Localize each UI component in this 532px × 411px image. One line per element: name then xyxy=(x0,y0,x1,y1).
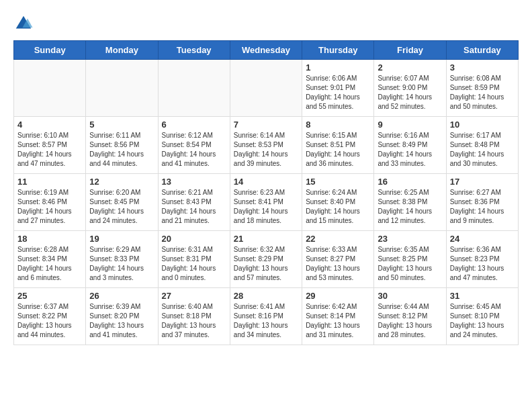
calendar-week-row: 25Sunrise: 6:37 AM Sunset: 8:22 PM Dayli… xyxy=(14,288,519,345)
day-info: Sunrise: 6:24 AM Sunset: 8:40 PM Dayligh… xyxy=(306,188,370,226)
calendar-table: SundayMondayTuesdayWednesdayThursdayFrid… xyxy=(13,40,519,345)
day-number: 25 xyxy=(17,291,82,301)
calendar-cell: 28Sunrise: 6:41 AM Sunset: 8:16 PM Dayli… xyxy=(230,288,302,345)
calendar-cell: 18Sunrise: 6:28 AM Sunset: 8:34 PM Dayli… xyxy=(14,231,86,288)
day-info: Sunrise: 6:44 AM Sunset: 8:12 PM Dayligh… xyxy=(378,302,442,340)
calendar-day-header: Saturday xyxy=(446,41,518,60)
day-info: Sunrise: 6:23 AM Sunset: 8:41 PM Dayligh… xyxy=(234,188,298,226)
calendar-cell: 31Sunrise: 6:45 AM Sunset: 8:10 PM Dayli… xyxy=(446,288,518,345)
day-number: 15 xyxy=(306,177,370,187)
calendar-day-header: Monday xyxy=(86,41,158,60)
day-info: Sunrise: 6:31 AM Sunset: 8:31 PM Dayligh… xyxy=(162,245,226,283)
day-info: Sunrise: 6:12 AM Sunset: 8:54 PM Dayligh… xyxy=(162,131,226,169)
calendar-cell: 8Sunrise: 6:15 AM Sunset: 8:51 PM Daylig… xyxy=(302,117,374,174)
calendar-day-header: Wednesday xyxy=(230,41,302,60)
day-number: 26 xyxy=(89,291,154,301)
day-info: Sunrise: 6:25 AM Sunset: 8:38 PM Dayligh… xyxy=(378,188,442,226)
day-number: 16 xyxy=(378,177,442,187)
day-info: Sunrise: 6:16 AM Sunset: 8:49 PM Dayligh… xyxy=(378,131,442,169)
day-number: 9 xyxy=(378,120,442,130)
calendar-cell: 19Sunrise: 6:29 AM Sunset: 8:33 PM Dayli… xyxy=(86,231,158,288)
day-info: Sunrise: 6:17 AM Sunset: 8:48 PM Dayligh… xyxy=(450,131,515,169)
day-info: Sunrise: 6:15 AM Sunset: 8:51 PM Dayligh… xyxy=(306,131,370,169)
logo-icon xyxy=(13,13,34,34)
calendar-day-header: Thursday xyxy=(302,41,374,60)
calendar-cell: 27Sunrise: 6:40 AM Sunset: 8:18 PM Dayli… xyxy=(158,288,230,345)
day-info: Sunrise: 6:39 AM Sunset: 8:20 PM Dayligh… xyxy=(89,302,154,340)
day-info: Sunrise: 6:36 AM Sunset: 8:23 PM Dayligh… xyxy=(450,245,515,283)
calendar-cell: 12Sunrise: 6:20 AM Sunset: 8:45 PM Dayli… xyxy=(86,174,158,231)
day-number: 5 xyxy=(89,120,154,130)
day-info: Sunrise: 6:32 AM Sunset: 8:29 PM Dayligh… xyxy=(234,245,298,283)
day-number: 22 xyxy=(306,234,370,244)
calendar-cell: 24Sunrise: 6:36 AM Sunset: 8:23 PM Dayli… xyxy=(446,231,518,288)
calendar-day-header: Sunday xyxy=(14,41,86,60)
day-number: 29 xyxy=(306,291,370,301)
calendar-cell: 15Sunrise: 6:24 AM Sunset: 8:40 PM Dayli… xyxy=(302,174,374,231)
day-info: Sunrise: 6:08 AM Sunset: 8:59 PM Dayligh… xyxy=(450,74,515,111)
day-number: 6 xyxy=(162,120,226,130)
day-info: Sunrise: 6:29 AM Sunset: 8:33 PM Dayligh… xyxy=(89,245,154,283)
day-info: Sunrise: 6:41 AM Sunset: 8:16 PM Dayligh… xyxy=(234,302,298,340)
day-number: 4 xyxy=(17,120,82,130)
calendar-header-row: SundayMondayTuesdayWednesdayThursdayFrid… xyxy=(14,41,519,60)
calendar-cell: 9Sunrise: 6:16 AM Sunset: 8:49 PM Daylig… xyxy=(374,117,446,174)
day-number: 30 xyxy=(378,291,442,301)
day-info: Sunrise: 6:33 AM Sunset: 8:27 PM Dayligh… xyxy=(306,245,370,283)
calendar-cell: 1Sunrise: 6:06 AM Sunset: 9:01 PM Daylig… xyxy=(302,60,374,117)
calendar-cell: 16Sunrise: 6:25 AM Sunset: 8:38 PM Dayli… xyxy=(374,174,446,231)
calendar-cell: 13Sunrise: 6:21 AM Sunset: 8:43 PM Dayli… xyxy=(158,174,230,231)
calendar-cell: 4Sunrise: 6:10 AM Sunset: 8:57 PM Daylig… xyxy=(14,117,86,174)
calendar-cell: 11Sunrise: 6:19 AM Sunset: 8:46 PM Dayli… xyxy=(14,174,86,231)
day-number: 28 xyxy=(234,291,298,301)
calendar-cell: 29Sunrise: 6:42 AM Sunset: 8:14 PM Dayli… xyxy=(302,288,374,345)
calendar-cell: 26Sunrise: 6:39 AM Sunset: 8:20 PM Dayli… xyxy=(86,288,158,345)
day-number: 19 xyxy=(89,234,154,244)
day-info: Sunrise: 6:11 AM Sunset: 8:56 PM Dayligh… xyxy=(89,131,154,169)
calendar-week-row: 1Sunrise: 6:06 AM Sunset: 9:01 PM Daylig… xyxy=(14,60,519,117)
day-number: 31 xyxy=(450,291,515,301)
calendar-cell xyxy=(86,60,158,117)
calendar-day-header: Friday xyxy=(374,41,446,60)
day-number: 11 xyxy=(17,177,82,187)
calendar-cell: 7Sunrise: 6:14 AM Sunset: 8:53 PM Daylig… xyxy=(230,117,302,174)
calendar-week-row: 4Sunrise: 6:10 AM Sunset: 8:57 PM Daylig… xyxy=(14,117,519,174)
day-info: Sunrise: 6:35 AM Sunset: 8:25 PM Dayligh… xyxy=(378,245,442,283)
calendar-cell: 17Sunrise: 6:27 AM Sunset: 8:36 PM Dayli… xyxy=(446,174,518,231)
day-number: 20 xyxy=(162,234,226,244)
calendar-cell: 2Sunrise: 6:07 AM Sunset: 9:00 PM Daylig… xyxy=(374,60,446,117)
day-number: 24 xyxy=(450,234,515,244)
calendar-week-row: 11Sunrise: 6:19 AM Sunset: 8:46 PM Dayli… xyxy=(14,174,519,231)
day-info: Sunrise: 6:28 AM Sunset: 8:34 PM Dayligh… xyxy=(17,245,82,283)
day-number: 8 xyxy=(306,120,370,130)
day-info: Sunrise: 6:10 AM Sunset: 8:57 PM Dayligh… xyxy=(17,131,82,169)
day-number: 17 xyxy=(450,177,515,187)
calendar-cell: 23Sunrise: 6:35 AM Sunset: 8:25 PM Dayli… xyxy=(374,231,446,288)
calendar-cell: 20Sunrise: 6:31 AM Sunset: 8:31 PM Dayli… xyxy=(158,231,230,288)
day-number: 12 xyxy=(89,177,154,187)
calendar-cell xyxy=(230,60,302,117)
calendar-cell: 30Sunrise: 6:44 AM Sunset: 8:12 PM Dayli… xyxy=(374,288,446,345)
calendar-cell xyxy=(14,60,86,117)
day-number: 2 xyxy=(378,62,442,73)
day-number: 27 xyxy=(162,291,226,301)
day-number: 13 xyxy=(162,177,226,187)
logo xyxy=(13,13,36,34)
day-info: Sunrise: 6:21 AM Sunset: 8:43 PM Dayligh… xyxy=(162,188,226,226)
day-number: 23 xyxy=(378,234,442,244)
calendar-day-header: Tuesday xyxy=(158,41,230,60)
calendar-cell: 21Sunrise: 6:32 AM Sunset: 8:29 PM Dayli… xyxy=(230,231,302,288)
day-info: Sunrise: 6:45 AM Sunset: 8:10 PM Dayligh… xyxy=(450,302,515,340)
day-number: 1 xyxy=(306,62,370,73)
calendar-cell: 10Sunrise: 6:17 AM Sunset: 8:48 PM Dayli… xyxy=(446,117,518,174)
page-header xyxy=(13,13,519,34)
calendar-cell: 25Sunrise: 6:37 AM Sunset: 8:22 PM Dayli… xyxy=(14,288,86,345)
day-info: Sunrise: 6:42 AM Sunset: 8:14 PM Dayligh… xyxy=(306,302,370,340)
day-info: Sunrise: 6:20 AM Sunset: 8:45 PM Dayligh… xyxy=(89,188,154,226)
calendar-cell: 6Sunrise: 6:12 AM Sunset: 8:54 PM Daylig… xyxy=(158,117,230,174)
day-number: 7 xyxy=(234,120,298,130)
day-info: Sunrise: 6:27 AM Sunset: 8:36 PM Dayligh… xyxy=(450,188,515,226)
day-number: 10 xyxy=(450,120,515,130)
day-info: Sunrise: 6:19 AM Sunset: 8:46 PM Dayligh… xyxy=(17,188,82,226)
day-number: 3 xyxy=(450,62,515,73)
